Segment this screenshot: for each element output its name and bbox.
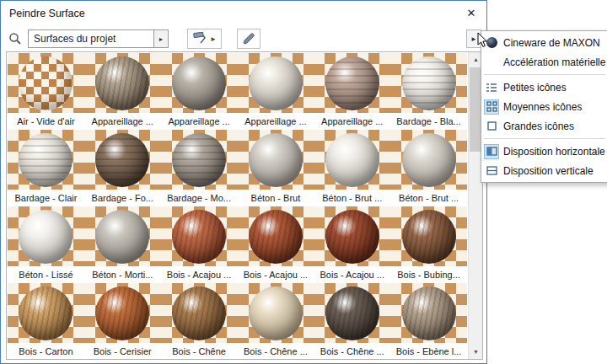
surface-tile[interactable]: Bois - Chêne	[161, 283, 238, 359]
large-icons-icon	[484, 119, 499, 134]
surface-thumbnail	[390, 130, 467, 190]
material-sphere-preview	[325, 210, 379, 264]
scroll-down-button[interactable]: ▼	[469, 345, 483, 359]
material-sphere-preview	[19, 286, 73, 340]
surface-source-input[interactable]	[28, 29, 154, 48]
material-sphere-preview	[402, 210, 456, 264]
surface-name: Bois - Chêne	[161, 343, 238, 359]
surface-thumbnail	[238, 130, 314, 190]
menu-item-cineware[interactable]: Cineware de MAXON	[481, 33, 607, 52]
menu-item-label: Grandes icônes	[503, 120, 574, 132]
surface-thumbnail	[314, 53, 390, 113]
surface-tile[interactable]: Béton - Brut ...	[314, 130, 390, 206]
menu-item-label: Petites icônes	[503, 82, 567, 94]
menu-item-label: Disposition verticale	[503, 165, 594, 177]
surface-tile[interactable]: Béton - Morti...	[84, 206, 161, 283]
material-sphere-preview	[249, 133, 303, 187]
surface-tile[interactable]: Bois - Cerisier	[84, 283, 161, 359]
surface-source-combo: ►	[28, 29, 169, 48]
surface-tile[interactable]: Bois - Acajou ...	[238, 206, 314, 283]
menu-separator	[484, 74, 605, 75]
paint-roller-icon	[192, 32, 207, 46]
surface-tile[interactable]: Béton - Brut	[238, 130, 314, 206]
menu-item-label: Cineware de MAXON	[503, 37, 600, 49]
menu-item-label: Disposition horizontale	[503, 146, 605, 158]
surface-thumbnail	[390, 206, 467, 266]
menu-item-label: Moyennes icônes	[503, 101, 582, 113]
surface-thumbnail	[238, 206, 314, 266]
material-sphere-preview	[172, 286, 226, 340]
surface-thumbnail	[390, 283, 467, 343]
eyedropper-button[interactable]	[237, 29, 261, 49]
surface-name: Bois - Acajou ...	[238, 266, 314, 283]
surface-tile[interactable]: Appareillage ...	[161, 53, 238, 130]
material-sphere-preview	[19, 210, 73, 264]
surface-panel: Air - Vide d'air Appareillage ... Appare…	[6, 51, 483, 360]
combo-dropdown-button[interactable]: ►	[153, 29, 169, 48]
paint-roller-button[interactable]: ►	[187, 29, 222, 49]
surface-thumbnail	[8, 53, 84, 113]
surface-name: Appareillage ...	[161, 113, 238, 130]
material-sphere-preview	[249, 210, 303, 264]
surface-tile[interactable]: Air - Vide d'air	[8, 53, 84, 130]
paint-roller-flyout-arrow[interactable]: ►	[210, 35, 217, 43]
menu-item-large-icons[interactable]: Grandes icônes	[481, 116, 607, 136]
surface-tile[interactable]: Béton - Lissé	[8, 206, 84, 283]
surface-tile[interactable]: Appareillage ...	[314, 53, 390, 130]
surface-thumbnail	[238, 283, 314, 343]
material-sphere-preview	[249, 56, 303, 110]
menu-item-medium-icons[interactable]: Moyennes icônes	[481, 97, 607, 116]
paint-surface-dialog: Peindre Surface ✕ ► ►	[0, 0, 487, 364]
surface-tile[interactable]: Bois - Bubing...	[390, 206, 467, 283]
material-sphere-preview	[19, 56, 73, 110]
surface-tile[interactable]: Bois - Carton	[8, 283, 84, 359]
surface-tile[interactable]: Bardage - Fo...	[84, 130, 161, 206]
surface-tile[interactable]: Béton - Brut ...	[390, 130, 467, 206]
surface-tile[interactable]: Bois - Acajou ...	[161, 206, 238, 283]
surface-name: Bois - Cerisier	[84, 343, 161, 359]
surface-thumbnail	[314, 206, 390, 266]
menu-item-label: Accélération matérielle	[503, 56, 605, 68]
surface-thumbnail	[161, 130, 238, 190]
surface-name: Bois - Bubing...	[390, 266, 467, 283]
surface-name: Appareillage ...	[314, 113, 390, 130]
menu-separator	[484, 138, 605, 139]
surface-thumbnail	[84, 130, 161, 190]
titlebar[interactable]: Peindre Surface ✕	[1, 1, 486, 26]
surface-name: Béton - Brut	[238, 190, 314, 206]
surface-thumbnail	[84, 206, 161, 266]
surface-tile[interactable]: Bois - Acajou ...	[314, 206, 390, 283]
menu-item-horizontal-layout[interactable]: Disposition horizontale	[481, 142, 607, 161]
surface-thumbnail	[161, 283, 238, 343]
surface-name: Bois - Carton	[8, 343, 84, 359]
menu-item-vertical-layout[interactable]: Disposition verticale	[481, 161, 607, 180]
material-sphere-preview	[402, 286, 456, 340]
surface-name: Bois - Ebène l...	[390, 343, 467, 359]
surface-thumbnail	[8, 206, 84, 266]
surface-tile[interactable]: Bois - Ebène l...	[390, 283, 467, 359]
material-sphere-preview	[402, 133, 456, 187]
surface-tile[interactable]: Bardage - Mo...	[161, 130, 238, 206]
material-sphere-preview	[325, 133, 379, 187]
material-sphere-preview	[172, 56, 226, 110]
surface-name: Bardage - Clair	[8, 190, 84, 206]
surface-tile[interactable]: Bois - Chêne ...	[238, 283, 314, 359]
surface-tile[interactable]: Bardage - Clair	[8, 130, 84, 206]
menu-item-hardware-acceleration[interactable]: Accélération matérielle	[481, 52, 607, 72]
surface-tile[interactable]: Appareillage ...	[238, 53, 314, 130]
surface-name: Bois - Chêne ...	[238, 343, 314, 359]
surface-thumbnail	[161, 206, 238, 266]
material-sphere-preview	[95, 56, 149, 110]
surface-tile[interactable]: Appareillage ...	[84, 53, 161, 130]
surface-tile[interactable]: Bois - Chêne ...	[314, 283, 390, 359]
surface-tile[interactable]: Bardage - Bla...	[390, 53, 467, 130]
menu-item-small-icons[interactable]: Petites icônes	[481, 78, 607, 97]
blank-icon	[484, 55, 499, 70]
surface-name: Air - Vide d'air	[8, 113, 84, 130]
close-button[interactable]: ✕	[456, 1, 486, 25]
surface-name: Béton - Brut ...	[390, 190, 467, 206]
material-sphere-preview	[172, 210, 226, 264]
surface-thumbnail	[314, 283, 390, 343]
material-sphere-preview	[95, 286, 149, 340]
toolbar: ► ► ►	[1, 26, 486, 51]
